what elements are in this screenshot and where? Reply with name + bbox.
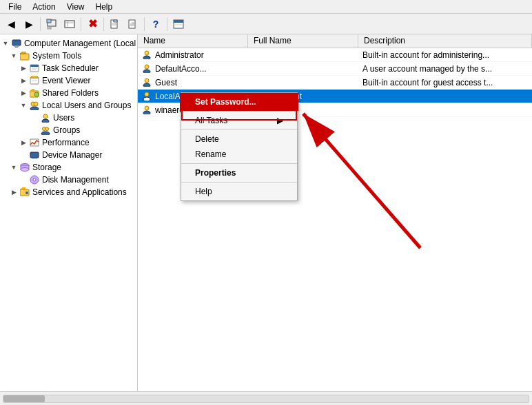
tree-users[interactable]: ▶ Users	[0, 112, 137, 124]
ctx-sep-1	[181, 111, 297, 112]
svg-rect-41	[30, 139, 39, 146]
svg-marker-50	[20, 187, 25, 189]
menu-action[interactable]: Action	[27, 1, 61, 13]
export-button[interactable]	[125, 16, 141, 32]
back-button[interactable]: ◀	[3, 16, 19, 32]
new-button[interactable]	[107, 16, 123, 32]
expand-shared[interactable]: ▶	[19, 89, 28, 97]
tree-services-label: Services and Applications	[32, 187, 127, 197]
expand-local-users[interactable]: ▼	[19, 101, 28, 110]
tree-event-viewer[interactable]: ▶ Event Viewer	[0, 74, 137, 87]
svg-rect-3	[65, 21, 74, 28]
svg-point-61	[143, 111, 150, 114]
tree-storage-label: Storage	[32, 163, 61, 172]
tree-system-tools-label: System Tools	[32, 51, 81, 61]
menu-view[interactable]: View	[61, 1, 90, 13]
tree-services[interactable]: ▶ Services and Applications	[0, 186, 137, 198]
shared-folder-icon	[29, 87, 40, 98]
ctx-set-password[interactable]: Set Password...	[181, 94, 297, 110]
col-header-desc[interactable]: Description	[358, 34, 532, 48]
cell-name: Guest	[138, 77, 248, 88]
svg-point-39	[45, 127, 49, 131]
toolbar-sep-1	[40, 17, 41, 31]
system-tools-icon	[19, 50, 30, 61]
svg-point-37	[42, 119, 49, 123]
svg-rect-42	[30, 152, 39, 158]
svg-rect-43	[32, 158, 37, 159]
expand-services[interactable]: ▶	[10, 188, 18, 196]
tree-groups[interactable]: ▶ Groups	[0, 124, 137, 136]
ctx-sep-3	[181, 163, 297, 164]
svg-point-52	[145, 51, 149, 55]
ctx-all-tasks[interactable]: All Tasks ▶	[181, 113, 297, 128]
delete-button[interactable]: ✖	[84, 16, 101, 32]
svg-point-56	[145, 79, 149, 83]
table-row[interactable]: Guest Built-in account for guest access …	[138, 76, 532, 90]
col-header-fullname[interactable]: Full Name	[248, 34, 358, 48]
svg-point-34	[34, 102, 38, 106]
col-header-name[interactable]: Name	[138, 34, 248, 48]
tree-shared-folders[interactable]: ▶ Shared Folders	[0, 87, 137, 99]
svg-marker-8	[114, 20, 117, 22]
forward-button[interactable]: ▶	[21, 16, 37, 32]
svg-rect-16	[174, 20, 183, 23]
expand-perf[interactable]: ▶	[19, 138, 28, 147]
tree-performance[interactable]: ▶ Performance	[0, 136, 137, 149]
services-icon	[19, 187, 30, 198]
task-icon	[29, 63, 40, 74]
expand-system-tools[interactable]: ▼	[10, 52, 18, 60]
tree-local-users[interactable]: ▼ Local Users and Groups	[0, 99, 137, 112]
tree-event-label: Event Viewer	[42, 76, 90, 85]
user-row-icon	[142, 105, 153, 116]
menu-help[interactable]: Help	[90, 1, 119, 13]
expand-event[interactable]: ▶	[19, 76, 28, 85]
menu-file[interactable]: File	[3, 1, 27, 13]
cell-name: Administrator	[138, 50, 248, 61]
tree-storage[interactable]: ▼ Storage	[0, 161, 137, 174]
toolbar-sep-5	[167, 17, 167, 31]
svg-point-59	[143, 97, 150, 101]
table-row[interactable]: Administrator Built-in account for admin…	[138, 48, 532, 62]
tree-task-scheduler[interactable]: ▶ Task Scheduler	[0, 62, 137, 74]
svg-rect-19	[14, 45, 19, 47]
scrollbar[interactable]	[3, 395, 529, 403]
expand-root[interactable]: ▼	[1, 39, 10, 48]
ctx-rename[interactable]: Rename	[181, 147, 297, 162]
ctx-help[interactable]: Help	[181, 184, 297, 199]
tree-system-tools[interactable]: ▼ System Tools	[0, 50, 137, 62]
svg-rect-1	[47, 19, 51, 23]
tree-pane: ▼ Computer Management (Local ▼ System To…	[0, 34, 138, 391]
expand-storage[interactable]: ▼	[10, 163, 18, 172]
status-bar	[0, 391, 532, 405]
toolbar-sep-4	[144, 17, 145, 31]
expand-task[interactable]: ▶	[19, 64, 28, 72]
tree-disk-management[interactable]: ▶ Disk Management	[0, 174, 137, 186]
toolbar-sep-2	[81, 17, 81, 31]
table-row[interactable]: DefaultAcco... A user account managed by…	[138, 62, 532, 76]
event-icon	[29, 75, 40, 86]
up-button[interactable]	[43, 16, 60, 32]
svg-point-36	[43, 114, 48, 118]
svg-point-51	[25, 191, 28, 194]
tree-groups-label: Groups	[53, 125, 80, 135]
cell-desc: Built-in account for guest access t...	[358, 78, 532, 87]
tree-root[interactable]: ▼ Computer Management (Local	[0, 37, 137, 50]
ctx-delete[interactable]: Delete	[181, 132, 297, 147]
tree-device-manager[interactable]: ▶ Device Manager	[0, 149, 137, 161]
users-icon	[40, 112, 51, 123]
svg-point-32	[34, 92, 39, 96]
help-button[interactable]: ?	[147, 16, 164, 32]
console-button[interactable]	[170, 16, 187, 32]
svg-rect-21	[20, 54, 29, 60]
user-row-icon	[142, 50, 153, 61]
ctx-properties[interactable]: Properties	[181, 165, 297, 180]
show-button[interactable]	[61, 16, 78, 32]
submenu-arrow: ▶	[277, 116, 283, 125]
user-row-icon	[142, 77, 153, 88]
content-pane: Name Full Name Description Administrator…	[138, 34, 532, 391]
svg-point-48	[33, 178, 36, 181]
cell-name: DefaultAcco...	[138, 63, 248, 74]
disk-management-icon	[29, 174, 40, 185]
tree-root-label: Computer Management (Local	[24, 39, 136, 48]
context-menu: Set Password... All Tasks ▶ Delete Renam…	[181, 92, 298, 201]
